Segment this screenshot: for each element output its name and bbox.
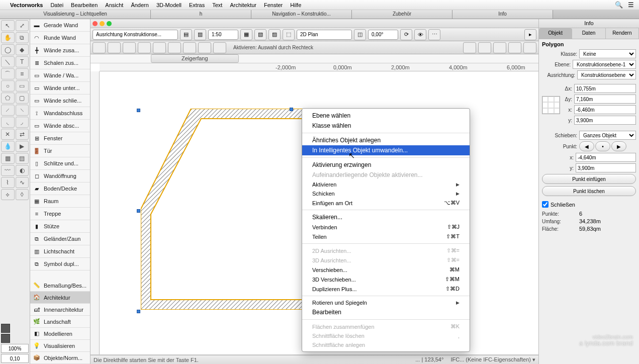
info-tab-objekt[interactable]: Objekt bbox=[539, 28, 572, 39]
tab-zubehoer[interactable]: Zubehör bbox=[352, 10, 452, 19]
handle-ml[interactable] bbox=[137, 209, 140, 213]
pal-waende-wa[interactable]: ▭Wände / Wa... bbox=[30, 69, 90, 82]
mode-5[interactable] bbox=[153, 42, 166, 53]
spotlight-icon[interactable]: 🔍 bbox=[615, 1, 623, 9]
pal-schalen-zus[interactable]: ≣Schalen zus... bbox=[30, 57, 90, 69]
mode-r2[interactable] bbox=[478, 42, 491, 53]
ctx-verschieben[interactable]: Verschieben...⌘M bbox=[302, 265, 470, 275]
pal-waende-schlie[interactable]: ▭Wände schlie... bbox=[30, 95, 90, 107]
tool-rect[interactable]: ▭ bbox=[16, 80, 29, 92]
mode-2[interactable] bbox=[108, 42, 121, 53]
menu-extras-icon[interactable]: ☰ bbox=[628, 1, 634, 9]
chk-schliessen[interactable] bbox=[542, 201, 549, 208]
schieben-select[interactable]: Ganzes Objekt bbox=[579, 131, 636, 140]
tb-e[interactable]: ◫ bbox=[354, 29, 366, 40]
paltab-visualisieren[interactable]: 💡Visualisieren bbox=[30, 340, 90, 352]
tool-pointer[interactable]: ↖ bbox=[1, 20, 15, 31]
info-tab-rendern[interactable]: Rendern bbox=[606, 28, 639, 39]
menu-hilfe[interactable]: Hilfe bbox=[290, 2, 301, 8]
tool-select[interactable]: ⤢ bbox=[16, 20, 29, 31]
ctx-einfuegen-am-ort[interactable]: Einfügen am Ort⌥⌘V bbox=[302, 198, 470, 208]
tool-misc4[interactable]: ⌇ bbox=[1, 177, 15, 188]
pal-waende-zusa[interactable]: ╋Wände zusa... bbox=[30, 44, 90, 57]
dy-input[interactable] bbox=[574, 95, 636, 104]
x2-input[interactable] bbox=[576, 153, 636, 162]
ctx-klasse-waehlen[interactable]: Klasse wählen bbox=[302, 121, 470, 131]
view-select[interactable]: 2D Plan bbox=[297, 30, 352, 40]
info-tab-daten[interactable]: Daten bbox=[572, 28, 605, 39]
tb-d[interactable]: ⬚ bbox=[283, 29, 295, 40]
mode-3[interactable] bbox=[123, 42, 136, 53]
snap-label[interactable]: Zeigerfang bbox=[151, 54, 239, 63]
pal-stuetze[interactable]: ▮Stütze bbox=[30, 220, 90, 233]
window-titlebar[interactable] bbox=[90, 19, 538, 28]
tool-brush[interactable]: 〰 bbox=[1, 165, 15, 176]
mode-1[interactable] bbox=[93, 42, 106, 53]
tool-move[interactable]: ▤ bbox=[16, 153, 29, 164]
pal-gerade-wand[interactable]: ▬Gerade Wand bbox=[30, 19, 90, 32]
klasse-select[interactable]: Keine bbox=[579, 49, 636, 58]
tool-circle[interactable]: ○ bbox=[1, 80, 15, 92]
paltab-innen[interactable]: 🛋Innenarchitektur bbox=[30, 304, 90, 316]
menu-aendern[interactable]: Ändern bbox=[131, 2, 148, 8]
y-input[interactable] bbox=[574, 116, 636, 125]
tool-misc3[interactable]: ◐ bbox=[16, 165, 29, 176]
tool-line[interactable]: ＼ bbox=[1, 56, 15, 67]
minimize-icon[interactable] bbox=[100, 21, 105, 26]
tb-g[interactable]: 👁 bbox=[414, 29, 426, 40]
ctx-rotieren-spiegeln[interactable]: Rotieren und Spiegeln bbox=[302, 298, 470, 307]
tool-paint[interactable]: ▶ bbox=[16, 141, 29, 152]
ctx-verbinden[interactable]: Verbinden⇧⌘J bbox=[302, 222, 470, 232]
ebene-select[interactable]: Konstruktionsebene-1 bbox=[573, 60, 636, 69]
tool-misc6[interactable]: ⟡ bbox=[1, 189, 15, 200]
ctx-intelligentes-objekt[interactable]: In Intelligentes Objekt umwandeln... bbox=[302, 145, 470, 155]
punkt-mid[interactable]: • bbox=[595, 141, 610, 151]
tool-misc7[interactable]: ◊ bbox=[16, 189, 29, 200]
tb-c[interactable]: ▨ bbox=[268, 29, 281, 40]
pal-symboldupl[interactable]: ⧉Symbol dupl... bbox=[30, 258, 90, 270]
close-icon[interactable] bbox=[93, 21, 98, 26]
ctx-ebene-waehlen[interactable]: Ebene wählen bbox=[302, 111, 470, 121]
tool-rrect[interactable]: ▢ bbox=[16, 93, 29, 104]
tool-fillet[interactable]: ◟ bbox=[1, 117, 15, 128]
ctx-3d-verschieben[interactable]: 3D Verschieben...⇧⌘M bbox=[302, 275, 470, 284]
paltab-landschaft[interactable]: 🌿Landschaft bbox=[30, 316, 90, 328]
pal-waende-absc[interactable]: ▭Wände absc... bbox=[30, 120, 90, 132]
tb-h[interactable]: ⋯ bbox=[428, 29, 440, 40]
pal-waende-unter[interactable]: ▭Wände unter... bbox=[30, 82, 90, 95]
ctx-aehnliches-objekt[interactable]: Ähnliches Objekt anlegen bbox=[302, 135, 470, 145]
tb-expand[interactable]: ▸ bbox=[524, 29, 536, 40]
zoom-icon[interactable] bbox=[107, 21, 112, 26]
pal-gelaender[interactable]: ⧉Geländer/Zaun bbox=[30, 233, 90, 245]
paltab-bemassung[interactable]: 📏Bemaßung/Bes... bbox=[30, 280, 90, 292]
menu-architektur[interactable]: Architektur bbox=[230, 2, 256, 8]
pal-runde-wand[interactable]: ◠Runde Wand bbox=[30, 32, 90, 44]
tool-grid[interactable]: ▦ bbox=[1, 153, 15, 164]
tb-a[interactable]: ▦ bbox=[240, 29, 252, 40]
anchor-grid[interactable] bbox=[542, 96, 560, 114]
mode-6[interactable] bbox=[168, 42, 181, 53]
tool-pan[interactable]: ✋ bbox=[1, 32, 15, 43]
tool-trim[interactable]: ✕ bbox=[1, 129, 15, 140]
tool-misc2[interactable]: ⟍ bbox=[16, 105, 29, 116]
ctx-teilen[interactable]: Teilen⇧⌘T bbox=[302, 232, 470, 241]
pal-raum[interactable]: ▦Raum bbox=[30, 195, 90, 208]
pal-schlitze[interactable]: ▯Schlitze und... bbox=[30, 157, 90, 170]
tool-eyedrop[interactable]: 💧 bbox=[1, 141, 15, 152]
pal-fenster[interactable]: ⊞Fenster bbox=[30, 132, 90, 145]
ausr-select[interactable]: Konstruktionsebene bbox=[577, 70, 636, 79]
mode-r4[interactable] bbox=[508, 42, 521, 53]
tool-flyover[interactable]: ◯ bbox=[1, 44, 15, 55]
angle-input[interactable]: 0,00° bbox=[368, 30, 398, 40]
mode-8[interactable] bbox=[198, 42, 211, 53]
tb-f[interactable]: ⟳ bbox=[400, 29, 412, 40]
menu-bearbeiten[interactable]: Bearbeiten bbox=[71, 2, 98, 8]
app-name[interactable]: Vectorworks bbox=[10, 2, 43, 8]
pal-tuer[interactable]: 🚪Tür bbox=[30, 145, 90, 157]
mode-7[interactable] bbox=[183, 42, 196, 53]
paltab-modellieren[interactable]: ◧Modellieren bbox=[30, 328, 90, 340]
tool-mirror[interactable]: ⇄ bbox=[16, 129, 29, 140]
mode-r3[interactable] bbox=[493, 42, 506, 53]
tool-poly[interactable]: ⬠ bbox=[1, 93, 15, 104]
ctx-bearbeiten[interactable]: Bearbeiten bbox=[302, 307, 470, 317]
